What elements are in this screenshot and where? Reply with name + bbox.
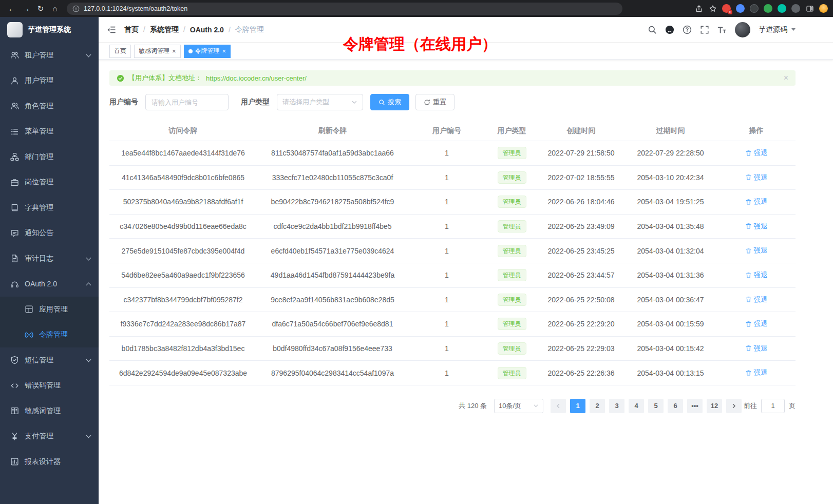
table-row: 54d6be82ee5a460a9aedc1f9bf223656 49d1aa4… — [109, 263, 796, 288]
page-number-button[interactable]: 5 — [648, 399, 664, 413]
font-size-icon[interactable] — [717, 25, 727, 34]
user-type-select[interactable]: 请选择用户类型 — [277, 94, 363, 110]
close-icon[interactable]: × — [172, 48, 176, 54]
search-button[interactable]: 搜索 — [370, 94, 409, 110]
breadcrumb-item[interactable]: 首页 — [124, 25, 150, 34]
help-icon[interactable] — [683, 25, 692, 34]
breadcrumb-item[interactable]: 令牌管理 — [235, 25, 264, 34]
extension-icon[interactable] — [791, 4, 800, 13]
force-logout-button[interactable]: 强退 — [745, 222, 768, 231]
page-number-button[interactable]: 6 — [668, 399, 683, 413]
close-icon[interactable]: × — [222, 48, 226, 54]
sidebar-item[interactable]: 令牌管理 — [0, 322, 99, 348]
sidebar-item[interactable]: 审计日志 — [0, 246, 99, 272]
sidebar-item[interactable]: 通知公告 — [0, 221, 99, 246]
page-number-button[interactable]: 2 — [590, 399, 605, 413]
browser-profile-avatar[interactable] — [819, 4, 828, 13]
extension-icon[interactable]: 0 — [722, 4, 731, 13]
search-icon[interactable] — [648, 25, 657, 34]
browser-home-icon[interactable]: ⌂ — [48, 2, 62, 15]
next-page-button[interactable] — [726, 399, 742, 413]
page-number-button[interactable]: 1 — [570, 399, 585, 413]
sidebar-item[interactable]: 字典管理 — [0, 195, 99, 221]
force-logout-button[interactable]: 强退 — [745, 270, 768, 280]
access-token-cell: 41c41346a548490f9dc8b01c6bfe0865 — [109, 173, 257, 182]
breadcrumb-item[interactable]: OAuth 2.0 — [190, 26, 235, 34]
fullscreen-icon[interactable] — [700, 25, 709, 34]
force-logout-button[interactable]: 强退 — [745, 368, 768, 377]
github-icon[interactable] — [665, 25, 674, 34]
sidebar-item[interactable]: 应用管理 — [0, 297, 99, 322]
sidebar: 芋道管理系统 租户管理 用户管理 角色管理 — [0, 17, 99, 504]
sidebar-item[interactable]: 支付管理 — [0, 424, 99, 450]
chevron-down-icon[interactable] — [791, 28, 796, 31]
breadcrumb-item[interactable]: 系统管理 — [150, 25, 190, 34]
force-logout-button[interactable]: 强退 — [745, 197, 768, 206]
code-icon — [10, 381, 19, 390]
user-avatar[interactable] — [735, 22, 750, 37]
view-tab[interactable]: 敏感词管理 × — [134, 45, 181, 58]
force-logout-button[interactable]: 强退 — [745, 295, 768, 304]
create-time-cell: 2022-06-25 23:45:25 — [538, 247, 624, 255]
sidebar-item[interactable]: 用户管理 — [0, 68, 99, 94]
page-number-button[interactable]: 4 — [629, 399, 644, 413]
user-type-badge: 管理员 — [498, 171, 526, 184]
user-type-badge: 管理员 — [498, 294, 526, 306]
browser-reload-icon[interactable]: ↻ — [34, 2, 47, 15]
share-icon[interactable] — [694, 4, 703, 13]
force-logout-button[interactable]: 强退 — [745, 173, 768, 182]
page-size-select[interactable]: 10条/页 — [494, 399, 543, 413]
bookmark-star-icon[interactable] — [708, 4, 717, 13]
sidebar-item[interactable]: 菜单管理 — [0, 119, 99, 145]
shield-icon — [10, 356, 19, 364]
user-name[interactable]: 芋道源码 — [759, 25, 787, 34]
sidebar-item[interactable]: 部门管理 — [0, 144, 99, 170]
force-logout-button[interactable]: 强退 — [745, 319, 768, 328]
browser-back-icon[interactable]: ← — [5, 2, 18, 15]
browser-forward-icon[interactable]: → — [20, 2, 33, 15]
goto-page-input[interactable] — [761, 399, 785, 413]
split-view-icon[interactable] — [805, 4, 814, 13]
sidebar-item[interactable]: 角色管理 — [0, 93, 99, 119]
sidebar-item[interactable]: OAuth 2.0 — [0, 272, 99, 297]
table-row: 41c41346a548490f9dc8b01c6bfe0865 333ecfc… — [109, 166, 796, 190]
user-id-cell: 1 — [408, 198, 485, 206]
alert-close-icon[interactable]: × — [784, 74, 788, 82]
chevron-down-icon — [533, 403, 539, 409]
app-logo-row[interactable]: 芋道管理系统 — [0, 17, 99, 43]
view-tab[interactable]: 令牌管理 × — [184, 45, 231, 58]
reset-button[interactable]: 重置 — [415, 94, 455, 110]
sidebar-item-label: 支付管理 — [25, 432, 53, 441]
extension-icon[interactable] — [778, 4, 786, 13]
sidebar-item[interactable]: 敏感词管理 — [0, 398, 99, 424]
sidebar-item[interactable]: 岗位管理 — [0, 170, 99, 196]
extension-icon[interactable] — [736, 4, 745, 13]
chevron-down-icon — [351, 99, 357, 105]
actions-cell: 强退 — [717, 173, 796, 183]
user-id-cell: 1 — [408, 149, 485, 157]
force-logout-button[interactable]: 强退 — [745, 148, 768, 158]
browser-url-bar[interactable]: 127.0.0.1:1024/system/oauth2/token — [67, 3, 622, 15]
sidebar-fold-icon[interactable] — [107, 25, 116, 34]
sidebar-item[interactable]: 租户管理 — [0, 43, 99, 68]
sidebar-item[interactable]: 短信管理 — [0, 347, 99, 373]
extension-icon[interactable] — [750, 4, 759, 13]
force-logout-button[interactable]: 强退 — [745, 344, 768, 353]
sidebar-item[interactable]: 错误码管理 — [0, 373, 99, 399]
create-time-cell: 2022-06-25 22:50:08 — [538, 296, 624, 304]
sidebar-item[interactable]: 报表设计器 — [0, 449, 99, 475]
sidebar-item-label: 审计日志 — [25, 254, 53, 263]
doc-link[interactable]: https://doc.iocoder.cn/user-center/ — [206, 74, 307, 82]
view-tab[interactable]: 首页 — [109, 45, 131, 58]
sidebar-item-label: 部门管理 — [25, 152, 53, 162]
force-logout-button[interactable]: 强退 — [745, 246, 768, 255]
site-info-icon[interactable] — [72, 5, 80, 12]
chevron-icon — [86, 358, 91, 363]
prev-page-button[interactable] — [551, 399, 566, 413]
extension-icon[interactable] — [764, 4, 772, 13]
page-number-button[interactable]: 3 — [609, 399, 624, 413]
column-header: 用户编号 — [408, 126, 485, 135]
page-number-button[interactable]: 12 — [707, 399, 722, 413]
user-id-input[interactable] — [145, 94, 229, 110]
page-number-button[interactable]: ••• — [687, 399, 703, 413]
